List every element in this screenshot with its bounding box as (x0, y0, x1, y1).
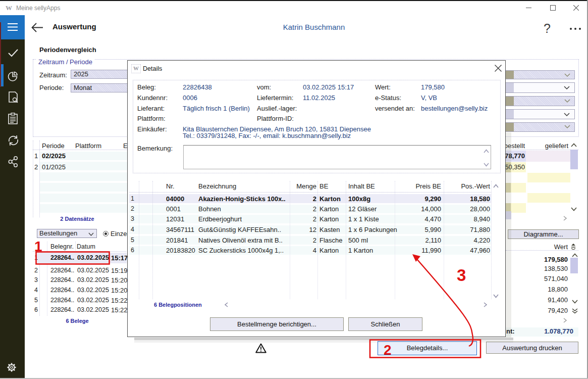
svg-text:1: 1 (34, 239, 42, 254)
svg-text:3: 3 (457, 266, 466, 285)
svg-text:2: 2 (384, 342, 392, 358)
